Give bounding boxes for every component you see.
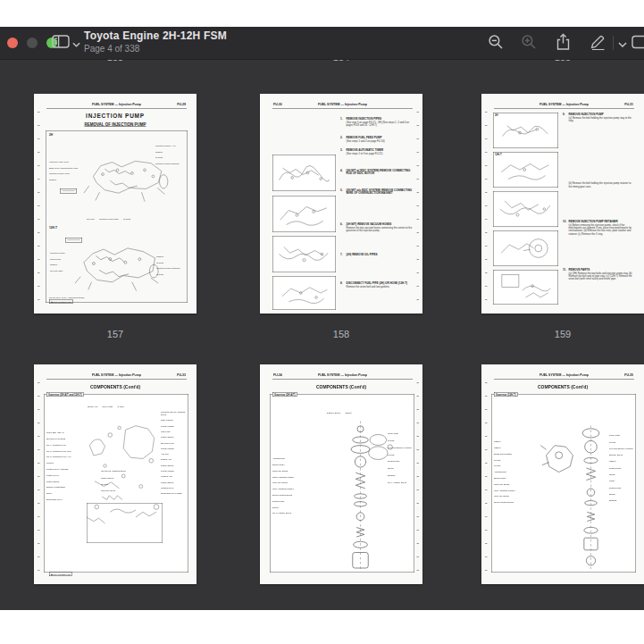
part-label: Gasket <box>155 150 185 153</box>
page-thumbnail-157[interactable]: FUEL SYSTEM — Injection Pump FU-29 INJEC… <box>34 94 197 314</box>
part-label: EGR Mixer Connecting Hose <box>49 166 85 169</box>
step-number: 10. <box>563 220 569 222</box>
part-label: Inner Idle Spring <box>494 495 523 498</box>
clipped-toolbar-button[interactable] <box>631 32 644 54</box>
zoom-in-button[interactable] <box>518 32 539 54</box>
part-label: Injection Pump (A/T) <box>155 144 185 146</box>
part-label: Union Pipe <box>50 257 81 260</box>
minimize-button[interactable] <box>27 38 38 48</box>
part-label: Gasket <box>494 440 523 443</box>
figure-variant-label: 12H-T <box>495 154 502 156</box>
part-labels: Injection PumpUnion PipeGasketOil Pipe S… <box>50 251 81 275</box>
part-label: Damper Screw <box>327 412 340 414</box>
part-label: Arm Nut <box>161 453 187 456</box>
part-labels: Pump Stay (12H-T)Steering Lever ShaftNo.… <box>46 431 74 505</box>
page-thumbnail-159[interactable]: FUEL SYSTEM — Injection Pump FU-31 2H 12… <box>481 94 644 314</box>
step-heading: REMOVE PARTS <box>569 268 635 272</box>
step-heading: REMOVE FUEL FEED PUMP <box>347 136 416 139</box>
preview-window: Toyota Engine 2H-12H FSM Page 4 of 338 <box>0 27 644 610</box>
step-number: 1. <box>340 117 347 120</box>
markup-button[interactable] <box>586 32 609 54</box>
part-label: Spring <box>272 506 304 508</box>
page-thumbnail-163[interactable]: FUEL SYSTEM — Injection Pump FU-35 COMPO… <box>481 364 644 584</box>
page-thumbnail-161[interactable]: FUEL SYSTEM — Injection Pump FU-33 COMPO… <box>34 364 197 584</box>
part-label: Knuckle <box>46 462 74 464</box>
page-number-label: 157 <box>34 329 197 339</box>
part-label: O-Ring <box>388 439 414 442</box>
page-number-label: 158 <box>260 329 422 339</box>
part-label: Injection Pump <box>50 251 81 254</box>
part-label: Sealing Plate <box>388 460 414 463</box>
binder-marks <box>417 382 420 574</box>
section-title: COMPONENTS (Cont'd) <box>34 384 197 389</box>
markup-menu-chevron[interactable] <box>615 32 630 54</box>
part-label: Control Lever <box>46 474 74 477</box>
figure-line-art <box>273 155 336 191</box>
page-ref: FU-33 <box>177 373 186 377</box>
part-label: Full-load Stopper Housing <box>609 447 635 450</box>
part-label: O-Ring <box>156 272 185 275</box>
step-text: (a) (2H) Remove the two bolts and inject… <box>569 272 635 280</box>
part-label: Injection Pump Retainer <box>156 267 185 270</box>
part-label: Return Spring <box>161 436 187 439</box>
page-number-label: 159 <box>481 329 644 339</box>
instruction-step: 1. REMOVE INJECTION PIPES (See step 1 on… <box>340 117 415 127</box>
part-label: Bushing <box>388 474 414 477</box>
figure-variant-label: Governor (12H-T) <box>494 392 518 397</box>
page-161-content: FUEL SYSTEM — Injection Pump FU-33 COMPO… <box>34 364 197 584</box>
section-title: COMPONENTS (Cont'd) <box>481 384 644 389</box>
zoom-in-icon <box>521 34 537 53</box>
part-label: O-Ring <box>388 453 414 456</box>
clipped-toolbar-icon <box>631 35 644 52</box>
step-heading: REMOVE AUTOMATIC TIMER <box>347 148 416 152</box>
figure-line-art <box>494 192 558 227</box>
page-header: FUEL SYSTEM — Injection Pump <box>47 103 186 106</box>
page-163-content: FUEL SYSTEM — Injection Pump FU-35 COMPO… <box>481 364 644 584</box>
part-label: Cover Plate <box>609 434 635 437</box>
figure-box <box>272 155 336 191</box>
figure-box <box>272 236 336 272</box>
figure-box <box>493 191 558 227</box>
part-label: Floating Arm <box>161 475 187 478</box>
part-label: Spring <box>609 473 635 476</box>
step-number: 9. <box>563 113 569 115</box>
step-heading: (2H) REMOVE OIL PIPES <box>347 253 416 256</box>
figure-line-art <box>494 231 558 266</box>
figure-variant-label: 12H-T <box>49 226 57 230</box>
part-label: No. 2 Adapter Screw <box>272 512 304 514</box>
page-ref: FU-29 <box>177 103 186 106</box>
figure-line-art <box>494 271 558 305</box>
zoom-out-button[interactable] <box>485 32 506 54</box>
part-label: Idle Speed Adjusting Screw <box>101 470 132 473</box>
figure-box: 12H-T <box>493 152 558 188</box>
figure-variant-label: 2H <box>495 114 498 117</box>
part-label: Vacuum Hose (M/T) <box>49 160 85 163</box>
part-label: O-Ring <box>123 218 130 221</box>
instruction-step: 3. REMOVE AUTOMATIC TIMER (See steps 1 t… <box>340 148 415 155</box>
sidebar-toggle-button[interactable] <box>51 32 81 54</box>
part-label: Spring Arm <box>88 406 97 408</box>
page-thumbnail-158[interactable]: FU-30 FUEL SYSTEM — Injection Pump <box>260 94 422 314</box>
torque-spec-tag <box>65 238 82 243</box>
step-text: (b) Remove the bolt holding the injectio… <box>569 182 635 188</box>
figure-variant-label: 2H <box>49 133 53 137</box>
close-button[interactable] <box>7 38 18 48</box>
step-text: (See steps 1 to 9 on page FU-22) <box>347 152 416 155</box>
page-162-content: FU-34 FUEL SYSTEM — Injection Pump COMPO… <box>260 364 422 584</box>
part-label: No. 2 Adjusting Lever (M/T) <box>46 449 74 452</box>
part-label: Adjusting Nut <box>494 471 523 473</box>
share-icon <box>556 33 571 54</box>
part-label: Slider <box>46 492 74 495</box>
part-label: O-Ring <box>156 261 185 263</box>
part-label: Gasket <box>609 460 635 463</box>
part-label: Floating Lever <box>161 487 187 489</box>
part-label: Sealing Plate <box>609 486 635 489</box>
toolbar-divider <box>613 36 614 50</box>
titlebar: Toyota Engine 2H-12H FSM Page 4 of 338 <box>0 27 644 60</box>
share-button[interactable] <box>552 32 573 54</box>
figure-line-art <box>494 153 558 188</box>
part-labels: Idle Speed Adjusting ScrewReturn SpringO… <box>101 470 132 496</box>
page-thumbnail-162[interactable]: FU-34 FUEL SYSTEM — Injection Pump COMPO… <box>260 364 422 584</box>
part-label: Outer Idle Spring <box>272 470 304 473</box>
part-label: Inner Idle Spring <box>272 481 304 484</box>
